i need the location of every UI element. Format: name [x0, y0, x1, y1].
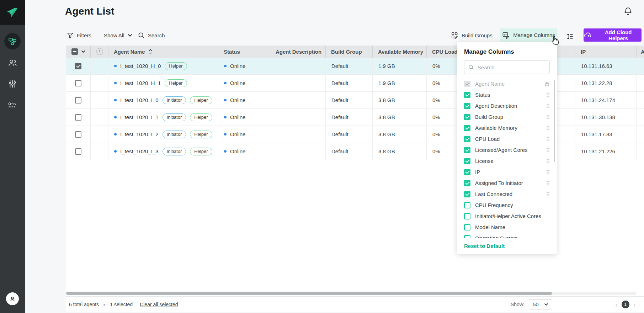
column-checkbox[interactable] — [464, 224, 470, 230]
table-row[interactable]: I_test_1020_I_3InitiatorHelper Online De… — [66, 143, 644, 160]
column-search[interactable] — [464, 60, 550, 74]
table-row[interactable]: I_test_1020_I_1InitiatorHelper Online De… — [66, 109, 644, 126]
column-item-operating-system[interactable]: Operating System — [464, 233, 550, 238]
column-header-agent-description[interactable]: Agent Description — [270, 46, 326, 58]
column-search-input[interactable] — [478, 64, 545, 70]
column-item-model-name[interactable]: Model Name — [464, 222, 550, 233]
initiator-tag: Initiator — [163, 113, 186, 121]
row-checkbox[interactable] — [75, 148, 81, 155]
column-item-agent-description[interactable]: Agent Description — [464, 100, 550, 111]
manage-columns-button[interactable]: Manage Columns — [500, 28, 557, 42]
online-dot — [224, 116, 227, 118]
column-item-status[interactable]: Status — [464, 89, 550, 100]
add-cloud-helpers-button[interactable]: Add Cloud Helpers — [584, 28, 642, 42]
horizontal-scrollbar-track[interactable] — [66, 292, 637, 295]
drag-handle-icon[interactable] — [546, 126, 550, 131]
selection-menu-chevron-icon[interactable] — [81, 50, 85, 53]
search-button[interactable]: Search — [138, 30, 165, 41]
row-checkbox[interactable] — [75, 114, 81, 121]
column-checkbox[interactable] — [464, 213, 470, 219]
column-checkbox[interactable] — [464, 202, 470, 208]
column-item-licensed-agent-cores[interactable]: Licensed/Agent Cores — [464, 144, 550, 155]
drag-handle-icon[interactable] — [546, 92, 550, 97]
notifications-bell-icon[interactable] — [623, 6, 633, 16]
page-size-value: 50 — [533, 301, 539, 307]
drag-handle-icon[interactable] — [546, 192, 550, 197]
agent-status-dot — [114, 150, 117, 153]
filters-label: Filters — [77, 32, 91, 38]
column-item-build-group[interactable]: Build Group — [464, 111, 550, 122]
row-checkbox[interactable] — [75, 63, 81, 69]
column-header-build-group[interactable]: Build Group — [326, 46, 373, 58]
reset-to-default-link[interactable]: Reset to Default — [457, 238, 557, 254]
column-item-initiator-helper-active-cores[interactable]: Initiator/Helper Active Cores — [464, 211, 550, 222]
drag-handle-icon[interactable] — [546, 115, 550, 120]
page-size-select[interactable]: 50 — [529, 299, 552, 309]
clear-all-selected-link[interactable]: Clear all selected — [140, 302, 178, 307]
drag-handle-icon[interactable] — [546, 104, 550, 108]
filter-funnel-icon — [67, 32, 74, 39]
row-checkbox[interactable] — [75, 80, 81, 86]
agent-name-header-label: Agent Name — [114, 49, 145, 55]
table-row[interactable]: I_test_1020_I_2InitiatorHelper Online De… — [66, 126, 644, 143]
incredibuild-logo[interactable] — [0, 0, 25, 25]
column-item-cpu-load[interactable]: CPU Load — [464, 133, 550, 144]
row-height-icon[interactable] — [566, 31, 574, 42]
column-header-ip[interactable]: IP — [575, 46, 637, 58]
separator-dot: ● — [103, 302, 106, 307]
chevron-down-icon — [128, 34, 132, 37]
column-header-status[interactable]: Status — [218, 46, 270, 58]
row-checkbox[interactable] — [75, 131, 81, 138]
drag-handle-icon[interactable] — [546, 170, 550, 175]
column-checkbox-locked — [464, 81, 470, 87]
sidebar-item-licenses[interactable] — [0, 95, 25, 116]
column-checkbox[interactable] — [464, 169, 470, 175]
column-checkbox[interactable] — [464, 147, 470, 153]
column-checkbox[interactable] — [464, 92, 470, 98]
filters-button[interactable]: Filters — [67, 30, 91, 41]
column-item-available-memory[interactable]: Available Memory — [464, 122, 550, 133]
sidebar-item-users[interactable] — [0, 52, 25, 73]
drag-handle-icon[interactable] — [546, 137, 550, 142]
drag-handle-icon[interactable] — [546, 148, 550, 153]
current-page-badge[interactable]: 1 — [622, 301, 629, 308]
column-checkbox[interactable] — [464, 235, 470, 238]
column-checkbox[interactable] — [464, 191, 470, 197]
next-page-button[interactable]: › — [633, 301, 636, 308]
sidebar-account[interactable] — [0, 292, 25, 305]
column-checkbox[interactable] — [464, 180, 470, 186]
column-header-assigned-to-initiator[interactable]: Assigned To Initiator — [637, 46, 644, 58]
table-row[interactable]: I_test_1020_I_0InitiatorHelper Online De… — [66, 92, 644, 109]
sidebar-item-settings[interactable] — [0, 73, 25, 95]
drag-handle-icon[interactable] — [546, 181, 550, 186]
show-all-dropdown[interactable]: Show All — [104, 30, 132, 41]
column-list: Agent Name Status Agent Description Buil… — [457, 77, 557, 238]
column-header-available-memory[interactable]: Available Memory — [373, 46, 427, 58]
panel-scrollbar-thumb[interactable] — [554, 80, 555, 162]
select-all-checkbox[interactable] — [71, 48, 78, 55]
table-header-row: Agent Name Status Agent Description Buil… — [66, 46, 644, 58]
column-header-agent-name[interactable]: Agent Name — [108, 46, 218, 58]
drag-handle-icon[interactable] — [546, 159, 550, 164]
build-groups-button[interactable]: Build Groups — [451, 30, 493, 41]
sort-carets-icon[interactable] — [148, 49, 153, 55]
agent-name: I_test_1020_I_1 — [120, 114, 159, 120]
row-checkbox[interactable] — [75, 97, 81, 104]
initiator-tag: Initiator — [163, 96, 186, 104]
column-item-assigned-to-initiator[interactable]: Assigned To Initiator — [464, 177, 550, 189]
column-checkbox[interactable] — [464, 103, 470, 109]
table-row[interactable]: I_test_1020_H_0Helper Online Default 1.9… — [66, 58, 644, 75]
column-checkbox[interactable] — [464, 158, 470, 164]
column-checkbox[interactable] — [464, 136, 470, 142]
sidebar-item-agents[interactable] — [0, 31, 25, 52]
column-checkbox[interactable] — [464, 125, 470, 131]
column-item-cpu-frequency[interactable]: CPU Frequency — [464, 200, 550, 211]
table-row[interactable]: I_test_1020_H_1Helper Online Default 1.9… — [66, 75, 644, 92]
horizontal-scrollbar-thumb[interactable] — [66, 292, 552, 295]
column-checkbox[interactable] — [464, 114, 470, 120]
prev-page-button[interactable]: ‹ — [615, 301, 618, 308]
column-item-last-connected[interactable]: Last Connected — [464, 189, 550, 200]
online-dot — [224, 99, 227, 101]
column-item-ip[interactable]: IP — [464, 166, 550, 177]
column-item-license[interactable]: License — [464, 155, 550, 166]
